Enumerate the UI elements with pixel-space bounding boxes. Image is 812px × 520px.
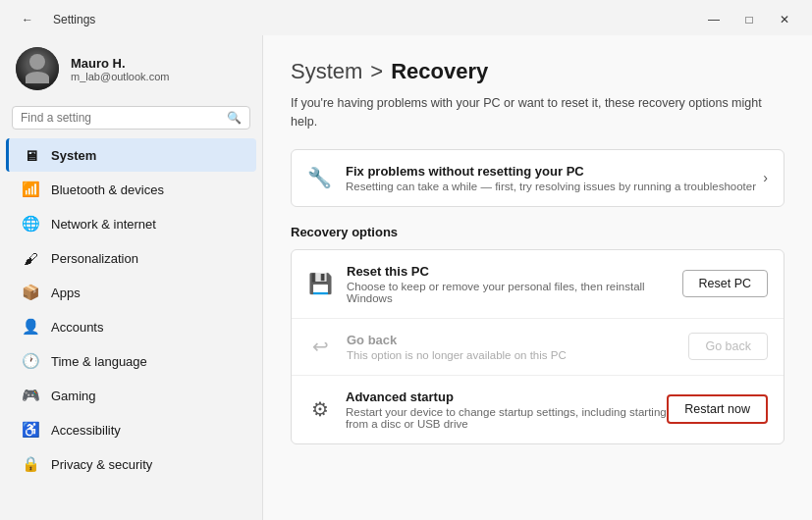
- sidebar-item-bluetooth[interactable]: 📶 Bluetooth & devices: [6, 173, 256, 206]
- title-bar: ← Settings — □ ✕: [0, 0, 812, 35]
- fix-card-title: Fix problems without resetting your PC: [346, 164, 756, 179]
- user-section: Mauro H. m_lab@outlook.com: [0, 35, 262, 106]
- sidebar: Mauro H. m_lab@outlook.com 🔍 🖥 System 📶 …: [0, 35, 263, 520]
- search-input[interactable]: [21, 111, 221, 125]
- recovery-item-left: 💾 Reset this PC Choose to keep or remove…: [307, 264, 680, 304]
- recovery-item-text: Go back This option is no longer availab…: [347, 333, 567, 361]
- accounts-icon: 👤: [22, 318, 39, 336]
- privacy-icon: 🔒: [22, 455, 39, 473]
- page-header: System > Recovery: [291, 59, 785, 84]
- recovery-item-title: Advanced startup: [346, 390, 667, 404]
- fix-card-text: Fix problems without resetting your PC R…: [346, 164, 756, 192]
- sidebar-item-label: Network & internet: [51, 217, 156, 232]
- recovery-item-desc: Choose to keep or remove your personal f…: [347, 281, 680, 304]
- recovery-item-left: ↩ Go back This option is no longer avail…: [307, 333, 567, 361]
- recovery-item-text: Reset this PC Choose to keep or remove y…: [347, 264, 680, 304]
- sidebar-item-label: Privacy & security: [51, 457, 152, 472]
- chevron-right-icon: ›: [763, 170, 768, 185]
- advanced-startup-icon: ⚙: [307, 397, 332, 421]
- search-box[interactable]: 🔍: [12, 106, 250, 130]
- recovery-item-left: ⚙ Advanced startup Restart your device t…: [307, 390, 667, 430]
- recovery-card: 💾 Reset this PC Choose to keep or remove…: [291, 249, 785, 444]
- sidebar-item-label: Accounts: [51, 320, 103, 335]
- fix-problems-icon: 🔧: [307, 166, 332, 189]
- avatar: [16, 47, 59, 90]
- time-icon: 🕐: [22, 352, 39, 370]
- sidebar-item-label: Accessibility: [51, 423, 121, 438]
- recovery-item-reset-pc: 💾 Reset this PC Choose to keep or remove…: [292, 250, 784, 319]
- reset-pc-button[interactable]: Reset PC: [682, 270, 769, 297]
- network-icon: 🌐: [22, 215, 39, 233]
- maximize-button[interactable]: □: [733, 8, 765, 31]
- recovery-section-title: Recovery options: [291, 225, 785, 239]
- back-button[interactable]: ←: [12, 8, 43, 31]
- user-name: Mauro H.: [71, 56, 169, 71]
- recovery-item-desc: This option is no longer available on th…: [347, 349, 567, 361]
- nav-container: 🖥 System 📶 Bluetooth & devices 🌐 Network…: [0, 137, 262, 482]
- personalization-icon: 🖌: [22, 249, 39, 267]
- sidebar-item-personalization[interactable]: 🖌 Personalization: [6, 241, 256, 275]
- sidebar-item-privacy[interactable]: 🔒 Privacy & security: [6, 447, 256, 481]
- page-description: If you're having problems with your PC o…: [291, 94, 782, 131]
- minimize-button[interactable]: —: [698, 8, 730, 31]
- go-back-button: Go back: [688, 333, 768, 360]
- user-info: Mauro H. m_lab@outlook.com: [71, 56, 169, 82]
- system-icon: 🖥: [22, 146, 39, 164]
- recovery-item-title: Go back: [347, 333, 567, 347]
- recovery-item-go-back: ↩ Go back This option is no longer avail…: [292, 319, 784, 376]
- app-title: Settings: [53, 13, 95, 26]
- fix-card-description: Resetting can take a while — first, try …: [346, 181, 756, 192]
- recovery-item-advanced-startup: ⚙ Advanced startup Restart your device t…: [292, 376, 784, 443]
- accessibility-icon: ♿: [22, 421, 39, 439]
- sidebar-item-label: Bluetooth & devices: [51, 182, 164, 197]
- go-back-icon: ↩: [307, 335, 333, 358]
- search-icon: 🔍: [227, 111, 242, 125]
- window-controls: — □ ✕: [698, 8, 800, 31]
- sidebar-item-label: System: [51, 148, 96, 163]
- gaming-icon: 🎮: [22, 387, 39, 404]
- sidebar-item-accounts[interactable]: 👤 Accounts: [6, 310, 256, 343]
- sidebar-item-system[interactable]: 🖥 System: [6, 138, 256, 172]
- breadcrumb-arrow: >: [370, 59, 383, 84]
- main-content: System > Recovery If you're having probl…: [263, 35, 812, 520]
- recovery-item-text: Advanced startup Restart your device to …: [346, 390, 667, 430]
- bluetooth-icon: 📶: [22, 181, 39, 198]
- app-body: Mauro H. m_lab@outlook.com 🔍 🖥 System 📶 …: [0, 35, 812, 520]
- reset-pc-icon: 💾: [307, 272, 333, 295]
- sidebar-item-label: Personalization: [51, 251, 138, 266]
- recovery-item-desc: Restart your device to change startup se…: [346, 406, 667, 430]
- sidebar-item-apps[interactable]: 📦 Apps: [6, 276, 256, 309]
- sidebar-item-label: Time & language: [51, 354, 147, 369]
- sidebar-item-label: Gaming: [51, 389, 96, 403]
- recovery-item-title: Reset this PC: [347, 264, 680, 279]
- fix-problems-card[interactable]: 🔧 Fix problems without resetting your PC…: [291, 149, 785, 207]
- close-button[interactable]: ✕: [769, 8, 800, 31]
- breadcrumb-parent: System: [291, 59, 362, 84]
- breadcrumb-current: Recovery: [391, 59, 488, 84]
- user-email: m_lab@outlook.com: [71, 71, 169, 82]
- sidebar-item-network[interactable]: 🌐 Network & internet: [6, 207, 256, 240]
- sidebar-item-label: Apps: [51, 286, 81, 300]
- sidebar-item-accessibility[interactable]: ♿ Accessibility: [6, 413, 256, 446]
- apps-icon: 📦: [22, 284, 39, 301]
- advanced-startup-button[interactable]: Restart now: [667, 394, 768, 424]
- sidebar-item-time[interactable]: 🕐 Time & language: [6, 344, 256, 378]
- sidebar-item-gaming[interactable]: 🎮 Gaming: [6, 379, 256, 412]
- fix-card-left: 🔧 Fix problems without resetting your PC…: [307, 164, 756, 192]
- title-bar-left: ← Settings: [12, 8, 95, 31]
